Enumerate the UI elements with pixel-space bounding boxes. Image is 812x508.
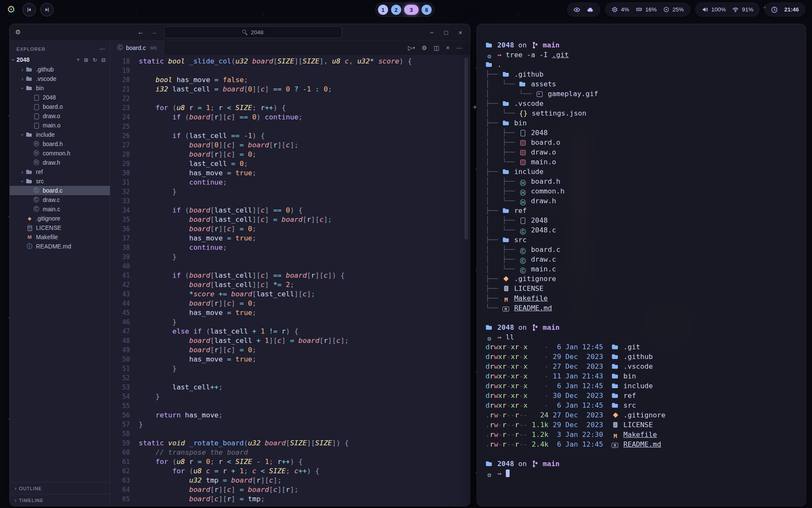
tree-item-draw.c[interactable]: ›Ⓒdraw.c [10, 195, 110, 204]
make-icon: M [502, 296, 510, 304]
wifi-control[interactable]: 91% [732, 6, 753, 13]
tree-item-common.h[interactable]: ›Ⓗcommon.h [10, 149, 110, 158]
explorer-more-icon[interactable]: ⋯ [99, 46, 105, 52]
clock-pill[interactable]: 21:46 [765, 3, 805, 17]
tree-item-label: .gitignore [36, 215, 60, 222]
code-line: 58 [110, 429, 470, 439]
workspace-8[interactable]: 8 [422, 5, 432, 15]
file-icon [519, 217, 527, 224]
code-line: 52 [110, 373, 470, 383]
timeline-panel[interactable]: › TIMELINE [10, 494, 110, 506]
h-icon: Ⓗ [519, 199, 527, 206]
code-line: 22 [110, 94, 470, 103]
c-icon: Ⓒ [519, 228, 527, 235]
tree-item-.vscode[interactable]: ›.vscode [10, 74, 110, 83]
new-folder-icon[interactable]: ⊞ [84, 57, 88, 63]
code-line: 36 board[r][c] = 0; [110, 224, 470, 234]
code-line: 18static bool _slide_col(u32 board[SIZE]… [110, 57, 470, 66]
volume-control[interactable]: 100% [702, 6, 726, 13]
terminal-line: │ ├── board.o [486, 138, 797, 147]
tab-board-c[interactable]: Ⓒ board.c src [110, 41, 164, 55]
code-line: 31 continue; [110, 178, 470, 187]
close-button[interactable]: × [458, 29, 462, 36]
terminal-line: drwxr-xr-x - 6 Jan 12:45 src [486, 400, 797, 410]
tree-item-README.md[interactable]: ›ⓘREADME.md [10, 242, 110, 251]
folder-open-icon [26, 178, 33, 185]
code-line: 50 has_move = true; [110, 355, 470, 364]
more-actions-icon[interactable]: ⋯ [456, 45, 462, 51]
run-button[interactable]: ▷▾ [408, 45, 415, 51]
tree-root-folder[interactable]: › 2048 + ⊞ ↻ ⊟ [10, 55, 110, 65]
chevron-icon: › [19, 131, 26, 138]
code-line: 30 has_move = true; [110, 168, 470, 178]
memory-stat: 16% [636, 6, 657, 13]
tree-item-draw.h[interactable]: ›Ⓗdraw.h [10, 158, 110, 167]
code-line: 25 [110, 122, 470, 131]
screen-eye-button[interactable] [573, 6, 580, 13]
cloud-icon [587, 6, 594, 13]
terminal-line: │ ├── Ⓗ board.h [486, 177, 797, 186]
terminal-line: │ └── Ⓗ draw.h [486, 196, 797, 206]
tree-item-main.c[interactable]: ›Ⓒmain.c [10, 204, 110, 214]
settings-gear-icon[interactable]: ⚙ [422, 45, 427, 51]
tree-item-draw.o[interactable]: ›draw.o [10, 111, 110, 121]
gear-icon: ⚙ [486, 53, 493, 60]
tree-item-main.o[interactable]: ›main.o [10, 121, 110, 130]
tree-item-2048[interactable]: ›2048 [10, 93, 110, 102]
terminal-line: │ ├── 2048 [486, 215, 797, 225]
back-button[interactable]: ← [137, 29, 144, 36]
speaker-icon [702, 6, 708, 13]
git-icon: ◆ [26, 215, 33, 222]
new-file-icon[interactable]: + [77, 57, 80, 63]
tree-item-board.h[interactable]: ›Ⓗboard.h [10, 139, 110, 149]
refresh-icon[interactable]: ↻ [93, 57, 97, 63]
close-editor-icon[interactable]: × [446, 45, 450, 51]
outline-panel[interactable]: › OUTLINE [10, 482, 110, 494]
tree-item-.gitignore[interactable]: ›◆.gitignore [10, 214, 110, 223]
terminal-line: │ └── {} settings.json [486, 108, 797, 118]
weather-button[interactable] [587, 6, 594, 13]
terminal-line: ├── .github [486, 69, 797, 79]
editor-pane: Ⓒ board.c src ▷▾ ⚙ ◫ × ⋯ 18static bool _… [110, 41, 470, 506]
chevron-down-icon: › [10, 56, 16, 63]
tree-item-label: board.o [43, 103, 63, 110]
tree-item-LICENSE[interactable]: ›LICENSE [10, 223, 110, 232]
tree-item-bin[interactable]: ›bin [10, 83, 110, 93]
terminal-line: │ ├── 2048 [486, 128, 797, 138]
lic-icon [612, 421, 619, 428]
collapse-all-icon[interactable]: ⊟ [102, 57, 106, 63]
workspace-next-button[interactable] [40, 3, 54, 17]
workspace-2[interactable]: 2 [391, 5, 401, 15]
split-editor-icon[interactable]: ◫ [434, 45, 439, 51]
c-icon: Ⓒ [33, 187, 40, 194]
file-icon [33, 113, 40, 119]
tree-item-board.c[interactable]: ›Ⓒboard.c [10, 186, 110, 195]
code-lines: 18static bool _slide_col(u32 board[SIZE]… [110, 57, 470, 504]
maximize-button[interactable]: □ [444, 29, 448, 36]
command-search-box[interactable]: 2048 [164, 26, 342, 38]
editor-actions: ▷▾ ⚙ ◫ × ⋯ [408, 41, 470, 55]
code-editor[interactable]: 18static bool _slide_col(u32 board[SIZE]… [110, 55, 470, 506]
editor-scrollbar[interactable] [464, 58, 468, 240]
workspace-3[interactable]: 3 [404, 5, 419, 15]
tree-item-.github[interactable]: ›.github [10, 65, 110, 74]
tree-item-ref[interactable]: ›ref [10, 167, 110, 177]
tree-item-src[interactable]: ›src [10, 177, 110, 186]
window-controls: − □ × [430, 24, 462, 40]
terminal-window[interactable]: 2048 on main⚙ → tree -a -I .git .├── .gi… [477, 24, 806, 506]
topbar-right-group: 4% 16% 25% 100% 91% 21:46 [567, 3, 805, 17]
terminal-line: │ └── main.o [486, 157, 797, 167]
launcher-gear-icon[interactable]: ⚙ [7, 5, 16, 14]
chevron-icon: › [19, 76, 26, 82]
tab-name: board.c [126, 44, 146, 51]
c-icon: Ⓒ [33, 206, 40, 213]
tree-item-board.o[interactable]: ›board.o [10, 102, 110, 111]
workspace-prev-button[interactable] [22, 3, 36, 17]
top-bar: ⚙ 1238 4% 16% [0, 0, 812, 19]
minimize-button[interactable]: − [430, 29, 433, 36]
forward-button[interactable]: → [151, 29, 157, 36]
explorer-sidebar: EXPLORER ⋯ › 2048 + ⊞ ↻ ⊟ ›.github›.vsco… [10, 41, 110, 506]
tree-item-include[interactable]: ›include [10, 130, 110, 139]
workspace-1[interactable]: 1 [378, 5, 388, 15]
tree-item-Makefile[interactable]: ›MMakefile [10, 232, 110, 242]
